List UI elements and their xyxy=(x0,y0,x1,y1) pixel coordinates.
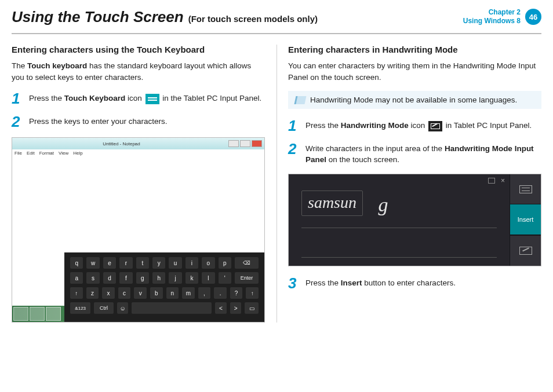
writing-baseline xyxy=(301,228,497,228)
step-number: 1 xyxy=(12,91,23,106)
window-close-icon xyxy=(252,140,262,147)
key: , xyxy=(198,287,211,299)
key: . xyxy=(214,287,227,299)
key-layout-icon: ▭ xyxy=(245,302,259,314)
writing-baseline xyxy=(301,257,497,258)
key: d xyxy=(103,272,116,284)
taskbar-icon xyxy=(46,307,61,321)
key: k xyxy=(185,272,198,284)
key: b xyxy=(150,287,163,299)
chapter-label: Chapter 2 xyxy=(463,8,521,17)
note-text: Handwriting Mode may not be available in… xyxy=(310,96,517,104)
right-column: Entering characters in Handwriting Mode … xyxy=(288,45,541,323)
page-header: Using the Touch Screen (For touch screen… xyxy=(0,0,553,26)
insert-button[interactable]: Insert xyxy=(510,204,541,235)
left-intro: The Touch keyboard has the standard keyb… xyxy=(12,60,265,83)
notepad-titlebar: Untitled - Notepad xyxy=(12,138,264,149)
key-enter: Enter xyxy=(235,272,259,284)
key: m xyxy=(182,287,195,299)
key-numsym: &123 xyxy=(70,302,90,314)
window-max-icon xyxy=(240,140,250,147)
taskbar-icon xyxy=(30,307,45,321)
page-subtitle: (For touch screen models only) xyxy=(188,14,318,24)
on-screen-keyboard: q w e r t y u i o p ⌫ a s xyxy=(64,252,264,322)
left-section-heading: Entering characters using the Touch Keyb… xyxy=(12,45,265,54)
key-backspace: ⌫ xyxy=(235,257,259,269)
key: y xyxy=(152,257,165,269)
key: x xyxy=(102,287,115,299)
key: v xyxy=(134,287,147,299)
key: q xyxy=(70,257,83,269)
notepad-menu: File Edit Format View Help xyxy=(12,149,264,157)
handwriting-layout-icon xyxy=(510,235,541,266)
left-column: Entering characters using the Touch Keyb… xyxy=(12,45,265,323)
key: z xyxy=(86,287,99,299)
step-number: 3 xyxy=(288,276,300,291)
keyboard-layout-icon xyxy=(510,174,541,204)
key: e xyxy=(103,257,116,269)
key-shift: ↑ xyxy=(246,287,259,299)
chapter-sublabel: Using Windows 8 xyxy=(463,17,521,25)
handwriting-mode-icon xyxy=(428,121,442,131)
key-space xyxy=(132,302,212,314)
note-box: Handwriting Mode may not be available in… xyxy=(288,91,541,109)
key-emoji: ☺ xyxy=(117,302,129,314)
step-number: 2 xyxy=(288,141,300,166)
touch-keyboard-icon xyxy=(145,94,159,104)
key: i xyxy=(185,257,198,269)
key: ? xyxy=(230,287,243,299)
taskbar-icon xyxy=(13,307,28,321)
right-section-heading: Entering characters in Handwriting Mode xyxy=(288,45,541,54)
page-number-badge: 46 xyxy=(525,9,541,25)
left-step-2: 2 Press the keys to enter your character… xyxy=(12,114,265,129)
panel-close-icon: × xyxy=(501,178,505,184)
key: j xyxy=(169,272,181,284)
key: l xyxy=(202,272,214,284)
handwriting-recognized-word: samsun xyxy=(301,190,363,216)
key-ctrl: Ctrl xyxy=(94,302,113,314)
window-min-icon xyxy=(228,140,239,147)
key: g xyxy=(136,272,149,284)
step-number: 1 xyxy=(288,118,300,133)
right-step-2: 2 Write characters in the input area of … xyxy=(288,141,541,166)
right-intro: You can enter characters by writing them… xyxy=(288,60,541,83)
key: p xyxy=(219,257,231,269)
right-step-3: 3 Press the Insert button to enter chara… xyxy=(288,276,541,291)
key: w xyxy=(86,257,99,269)
page-title: Using the Touch Screen xyxy=(12,8,184,26)
key: r xyxy=(119,257,132,269)
key: c xyxy=(118,287,131,299)
figure-handwriting-panel: × samsun g Insert xyxy=(288,174,541,266)
notepad-title: Untitled - Notepad xyxy=(103,141,140,146)
key: n xyxy=(166,287,179,299)
right-step-1: 1 Press the Handwriting Mode icon in Tab… xyxy=(288,118,541,133)
step-number: 2 xyxy=(12,114,23,129)
note-icon xyxy=(294,96,307,104)
column-divider xyxy=(276,45,277,323)
handwriting-drawn-letter: g xyxy=(378,194,388,216)
left-step-1: 1 Press the Touch Keyboard icon in the T… xyxy=(12,91,265,106)
key: ' xyxy=(219,272,231,284)
key-right: > xyxy=(230,302,242,314)
key: f xyxy=(119,272,132,284)
notepad-body xyxy=(12,157,264,267)
key: h xyxy=(152,272,165,284)
key: t xyxy=(136,257,149,269)
key-left: < xyxy=(215,302,227,314)
key: u xyxy=(169,257,181,269)
key: a xyxy=(70,272,83,284)
key: s xyxy=(86,272,99,284)
key: o xyxy=(202,257,214,269)
figure-touch-keyboard: Untitled - Notepad File Edit Format View… xyxy=(12,137,265,323)
key-shift: ↑ xyxy=(70,287,83,299)
panel-dock-icon xyxy=(488,178,495,184)
